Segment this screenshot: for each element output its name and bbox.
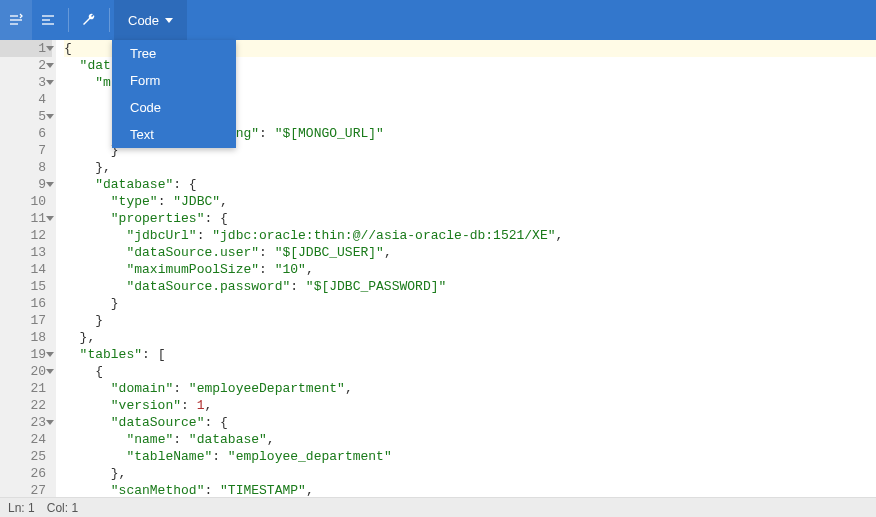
code-line[interactable]: "dataSource": {	[64, 414, 876, 431]
status-line: Ln: 1	[8, 501, 35, 515]
dropdown-item-form[interactable]: Form	[112, 67, 236, 94]
collapse-all-button[interactable]	[32, 0, 64, 40]
fold-toggle-icon[interactable]	[46, 46, 54, 51]
collapse-icon	[40, 12, 56, 28]
code-line[interactable]: "dataSource.user": "$[JDBC_USER]",	[64, 244, 876, 261]
code-line[interactable]: }	[64, 312, 876, 329]
line-number: 18	[0, 329, 52, 346]
line-number: 24	[0, 431, 52, 448]
line-number: 3	[0, 74, 52, 91]
toolbar-divider	[109, 8, 110, 32]
line-number: 7	[0, 142, 52, 159]
code-line[interactable]: },	[64, 465, 876, 482]
code-line[interactable]: "type": "JDBC",	[64, 193, 876, 210]
line-number: 13	[0, 244, 52, 261]
code-line[interactable]: "version": 1,	[64, 397, 876, 414]
status-col: Col: 1	[47, 501, 78, 515]
line-number: 22	[0, 397, 52, 414]
line-number: 12	[0, 227, 52, 244]
code-line[interactable]: "scanMethod": "TIMESTAMP",	[64, 482, 876, 497]
expand-all-button[interactable]	[0, 0, 32, 40]
line-number: 16	[0, 295, 52, 312]
fold-toggle-icon[interactable]	[46, 114, 54, 119]
fold-toggle-icon[interactable]	[46, 182, 54, 187]
code-line[interactable]: "jdbcUrl": "jdbc:oracle:thin:@//asia-ora…	[64, 227, 876, 244]
code-line[interactable]: },	[64, 159, 876, 176]
line-number: 15	[0, 278, 52, 295]
fold-toggle-icon[interactable]	[46, 420, 54, 425]
fold-toggle-icon[interactable]	[46, 352, 54, 357]
fold-toggle-icon[interactable]	[46, 369, 54, 374]
line-number: 11	[0, 210, 52, 227]
line-number: 4	[0, 91, 52, 108]
code-line[interactable]: {	[64, 363, 876, 380]
dropdown-item-text[interactable]: Text	[112, 121, 236, 148]
code-line[interactable]: "name": "database",	[64, 431, 876, 448]
view-mode-label: Code	[128, 13, 159, 28]
line-number: 26	[0, 465, 52, 482]
dropdown-item-tree[interactable]: Tree	[112, 40, 236, 67]
line-number: 9	[0, 176, 52, 193]
code-line[interactable]: "tables": [	[64, 346, 876, 363]
fold-toggle-icon[interactable]	[46, 216, 54, 221]
line-number: 8	[0, 159, 52, 176]
code-line[interactable]: "database": {	[64, 176, 876, 193]
line-number: 19	[0, 346, 52, 363]
line-number: 10	[0, 193, 52, 210]
wrench-icon	[81, 12, 97, 28]
dropdown-item-code[interactable]: Code	[112, 94, 236, 121]
chevron-down-icon	[165, 18, 173, 23]
line-number: 17	[0, 312, 52, 329]
code-line[interactable]: }	[64, 295, 876, 312]
toolbar: Code Tree Form Code Text	[0, 0, 876, 40]
line-number: 1	[0, 40, 52, 57]
code-line[interactable]: "tableName": "employee_department"	[64, 448, 876, 465]
line-number: 6	[0, 125, 52, 142]
line-number: 20	[0, 363, 52, 380]
code-line[interactable]: "properties": {	[64, 210, 876, 227]
status-bar: Ln: 1 Col: 1	[0, 497, 876, 517]
line-number: 5	[0, 108, 52, 125]
settings-button[interactable]	[73, 0, 105, 40]
expand-icon	[8, 12, 24, 28]
line-number: 2	[0, 57, 52, 74]
view-mode-dropdown: Tree Form Code Text	[112, 40, 236, 148]
code-line[interactable]: },	[64, 329, 876, 346]
code-line[interactable]: "dataSource.password": "$[JDBC_PASSWORD]…	[64, 278, 876, 295]
code-line[interactable]: "maximumPoolSize": "10",	[64, 261, 876, 278]
line-number: 21	[0, 380, 52, 397]
line-number: 23	[0, 414, 52, 431]
line-number: 27	[0, 482, 52, 497]
code-line[interactable]: "domain": "employeeDepartment",	[64, 380, 876, 397]
fold-toggle-icon[interactable]	[46, 63, 54, 68]
line-number: 14	[0, 261, 52, 278]
fold-toggle-icon[interactable]	[46, 80, 54, 85]
toolbar-divider	[68, 8, 69, 32]
line-number-gutter: 1234567891011121314151617181920212223242…	[0, 40, 56, 497]
view-mode-dropdown-button[interactable]: Code	[114, 0, 187, 40]
line-number: 25	[0, 448, 52, 465]
